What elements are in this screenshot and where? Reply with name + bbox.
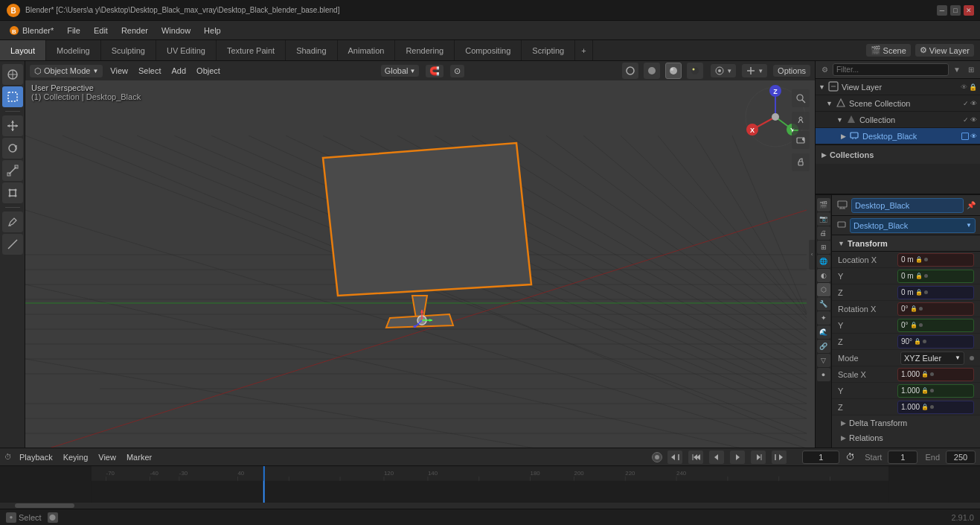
time-clock[interactable]: ⏱ [844,451,857,464]
outliner-display-icon[interactable]: ▼ [951,64,963,76]
viewport[interactable]: ⬡ Object Mode ▼ View Select Add Object G… [25,61,815,448]
timeline-scrollbar[interactable] [0,503,980,509]
snapping-controls[interactable]: 🧲 [426,65,443,77]
relations-header[interactable]: ▶ Relations [832,430,980,445]
menu-blender[interactable]: B Blender* [3,24,60,37]
prop-icon-physics[interactable]: 🌊 [817,325,830,339]
rot-y-field[interactable]: 0° 🔒 [897,319,974,332]
loc-x-field[interactable]: 0 m 🔒 [897,253,974,267]
keying-menu[interactable]: Keying [60,452,92,462]
prop-icon-constraints[interactable]: 🔗 [817,340,830,353]
playback-menu[interactable]: Playback [16,452,56,462]
scale-tool[interactable] [2,160,23,181]
walk-fly[interactable] [792,112,810,130]
outliner-new-collection[interactable]: ⊞ [965,64,977,76]
shading-solid[interactable] [644,63,660,79]
tab-uv-editing[interactable]: UV Editing [156,40,217,60]
collections-sub-header[interactable]: ▶ Collections [832,445,980,448]
prop-icon-material[interactable]: ● [817,368,830,381]
transform-tool[interactable] [2,182,23,203]
proportional-editing[interactable]: ⊙ [450,65,464,77]
select-menu[interactable]: Select [135,65,164,77]
collections-expand[interactable]: ▶ [822,151,827,159]
view-menu[interactable]: View [107,65,131,77]
menu-render[interactable]: Render [115,25,154,36]
prop-icon-scene[interactable]: 🎬 [817,198,830,211]
timeline-body[interactable]: -70 -40 -30 40 120 140 180 200 220 240 [0,466,980,509]
overlay-toggle[interactable]: ▼ [711,64,736,77]
prop-icon-particles[interactable]: ✦ [817,311,830,325]
zoom-to-fit[interactable] [792,89,810,107]
transform-orientation[interactable]: Global ▼ [381,65,420,77]
scene-vis-check[interactable]: ✓ [963,100,969,107]
prev-keyframe[interactable] [688,451,703,464]
desktop-expand[interactable]: ▶ [841,133,846,140]
menu-edit[interactable]: Edit [88,25,114,36]
tab-sculpting[interactable]: Sculpting [101,40,156,60]
jump-end[interactable] [772,451,787,464]
prop-icon-modifier[interactable]: 🔧 [817,297,830,311]
annotate-tool[interactable] [2,211,23,232]
start-frame[interactable]: 1 [888,451,917,464]
loc-y-field[interactable]: 0 m 🔒 [897,270,974,283]
scale-z-field[interactable]: 1.000 🔒 [897,401,974,414]
cursor-tool[interactable] [2,64,23,85]
tab-rendering[interactable]: Rendering [395,40,455,60]
delta-transform-header[interactable]: ▶ Delta Transform [832,416,980,430]
obj-dropdown[interactable]: Desktop_Black ▼ [850,218,976,233]
rot-z-field[interactable]: 90° 🔒 [897,335,974,349]
next-keyframe[interactable] [751,451,766,464]
close-button[interactable]: ✕ [964,5,974,16]
camera-lock[interactable] [792,153,810,171]
tab-animation[interactable]: Animation [338,40,396,60]
tab-modeling[interactable]: Modeling [46,40,101,60]
tab-shading[interactable]: Shading [286,40,337,60]
marker-menu[interactable]: Marker [124,452,155,462]
menu-help[interactable]: Help [198,25,227,36]
prop-icon-data[interactable]: ▽ [817,354,830,367]
maximize-button[interactable]: □ [950,5,961,16]
current-frame[interactable]: 1 [802,451,839,464]
play-reverse[interactable] [709,451,724,464]
prop-icon-object[interactable]: ⬡ [817,283,830,296]
col-hide[interactable]: 👁 [970,116,977,124]
scene-hide[interactable]: 👁 [970,100,977,107]
prop-icon-world[interactable]: ◐ [817,269,830,282]
object-menu[interactable]: Object [193,65,223,77]
collection-expand[interactable]: ▼ [836,116,843,124]
prop-icon-scene2[interactable]: 🌐 [817,255,830,268]
scale-x-field[interactable]: 1.000 🔒 [897,368,974,381]
menu-file[interactable]: File [61,25,86,36]
view-layer-selector[interactable]: ⚙ View Layer [915,44,974,57]
col-vis-check[interactable]: ✓ [963,116,969,124]
outliner-filter-icon[interactable]: ⚙ [819,64,830,76]
transform-header[interactable]: ▼ Transform [832,235,980,252]
tab-scripting[interactable]: Scripting [522,40,575,60]
play-forward[interactable] [730,451,745,464]
panel-collapse[interactable]: ‹ [809,240,815,270]
tab-layout[interactable]: Layout [0,40,46,60]
shading-material[interactable] [665,63,682,79]
select-tool[interactable] [2,86,23,107]
desktop-hide[interactable]: 👁 [970,133,977,140]
gizmo-toggle[interactable]: ▼ [742,64,767,77]
jump-start[interactable] [667,451,682,464]
shading-wire[interactable] [622,63,638,79]
scale-y-field[interactable]: 1.000 🔒 [897,384,974,398]
view-menu-timeline[interactable]: View [95,452,119,462]
camera-view[interactable] [792,131,810,149]
tab-compositing[interactable]: Compositing [455,40,522,60]
rot-x-field[interactable]: 0° 🔒 [897,302,974,316]
rotate-tool[interactable] [2,138,23,159]
mode-dropdown[interactable]: XYZ Euler ▼ [900,351,964,365]
scene-selector[interactable]: 🎬 Scene [866,44,911,57]
prop-icon-output[interactable]: 🖨 [817,226,830,240]
loc-z-field[interactable]: 0 m 🔒 [897,286,974,299]
shading-rendered[interactable] [687,63,703,79]
prop-icon-render[interactable]: 📷 [817,212,830,226]
add-menu[interactable]: Add [169,65,190,77]
view-layer-expand[interactable]: ▼ [819,83,825,91]
measure-tool[interactable] [2,234,23,255]
outliner-search[interactable] [833,63,949,76]
tab-texture-paint[interactable]: Texture Paint [217,40,286,60]
